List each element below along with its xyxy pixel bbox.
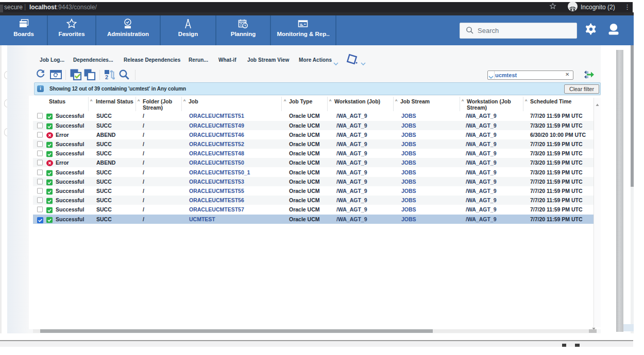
svg-text:2: 2 bbox=[105, 74, 108, 80]
